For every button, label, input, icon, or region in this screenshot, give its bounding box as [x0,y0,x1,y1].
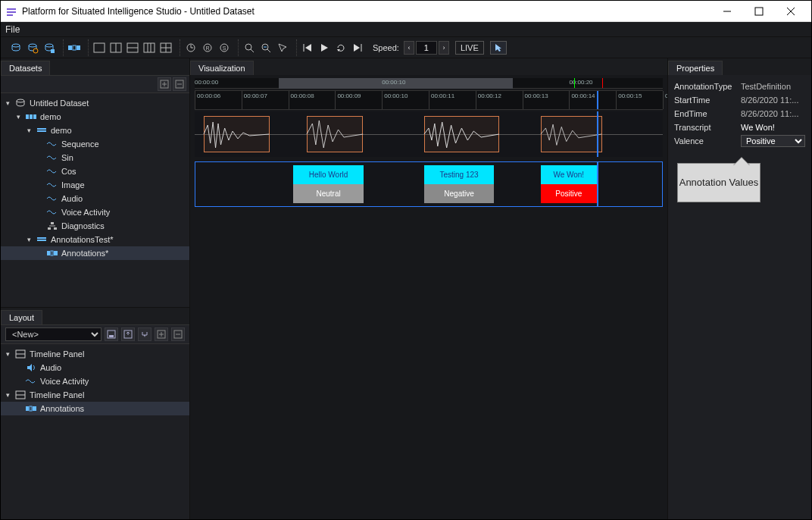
timeline-panel-icon [14,349,27,359]
wave-icon [46,139,58,149]
detail-ruler[interactable]: 00:00:0600:00:0700:00:0800:00:0900:00:10… [195,90,663,110]
skip-start-icon[interactable] [300,40,315,55]
layout-saveas-icon[interactable] [121,327,135,341]
tab-datasets[interactable]: Datasets [1,61,50,75]
layout-collapse-icon[interactable] [171,327,185,341]
store-annotationstest[interactable]: ▾AnnotationsTest* [1,233,189,246]
stream-image[interactable]: Image [1,178,189,192]
svg-rect-78 [26,406,29,411]
stream-cos[interactable]: Cos [1,164,189,178]
layout-save-icon[interactable] [105,327,118,341]
layout-5-icon[interactable] [158,40,173,55]
layout-panel: Layout <New> ▾Timeline Panel Audio Voice… [1,307,189,519]
layout-item-voice-activity[interactable]: Voice Activity [1,374,189,388]
layout-tree: ▾Timeline Panel Audio Voice Activity ▾Ti… [1,344,189,519]
dataset-new-icon[interactable] [8,40,23,55]
ruler-tick: 00:00:08 [289,91,289,109]
svg-rect-15 [94,43,105,52]
dataset-open-icon[interactable] [25,40,40,55]
layout-expand-icon[interactable] [155,327,168,341]
layout-2-icon[interactable] [108,40,123,55]
stream-audio[interactable]: Audio [1,192,189,205]
annotation-block[interactable]: Testing 123Negative [424,165,494,203]
svg-rect-1 [7,11,16,13]
valence-select[interactable]: Positive [741,135,805,147]
ruler-tick: 00:00:14 [569,91,570,109]
app-window: Platform for Situated Intelligence Studi… [0,0,812,520]
prop-transcript[interactable]: Transcript We Won! [674,121,805,134]
layout-3-icon[interactable] [125,40,140,55]
overview-ruler[interactable]: 00:00:00 00:00:10 00:00:20 [195,78,663,89]
annotation-block[interactable]: We Won!Positive [541,165,597,203]
timeline-panel-2[interactable]: ▾Timeline Panel [1,388,189,402]
layout-select[interactable]: <New> [5,327,102,341]
layout-delete-icon[interactable] [138,327,151,341]
callout-annotation-values: Annotation Values [677,163,760,202]
stream-sin[interactable]: Sin [1,151,189,164]
wave-icon [46,152,58,163]
speed-increase-button[interactable]: › [439,41,449,55]
wave-icon [25,376,37,387]
wave-icon [46,193,58,204]
layout-item-annotations[interactable]: Annotations [1,402,189,415]
collapse-all-icon[interactable] [173,77,186,91]
speed-decrease-button[interactable]: ‹ [404,41,414,55]
annotation-stream-icon [25,403,37,414]
annotation-tool-icon[interactable] [67,40,82,55]
speed-input[interactable] [416,41,437,55]
timing-session-icon[interactable]: S [217,40,232,55]
annotation-block[interactable]: Hello WorldNeutral [293,165,363,203]
menu-file[interactable]: File [5,24,20,35]
cursor-follow-icon[interactable] [275,40,290,55]
minimize-button[interactable] [711,2,743,21]
skip-end-icon[interactable] [350,40,365,55]
layout-1-icon[interactable] [92,40,107,55]
svg-marker-67 [144,335,145,337]
tab-visualization[interactable]: Visualization [190,61,254,75]
svg-rect-79 [30,406,32,411]
partition-demo[interactable]: ▾demo [1,110,189,124]
store-icon [36,234,48,245]
svg-rect-59 [37,237,46,239]
annotation-transcript: We Won! [541,165,597,184]
annotation-valence: Positive [541,184,597,203]
visualization-column: Visualization 00:00:00 00:00:10 00:00:20… [190,58,667,519]
tab-properties[interactable]: Properties [668,61,723,75]
stream-voice-activity[interactable]: Voice Activity [1,205,189,219]
stream-annotations[interactable]: Annotations* [1,246,189,260]
store-demo[interactable]: ▾demo [1,124,189,137]
layout-4-icon[interactable] [142,40,157,55]
expand-all-icon[interactable] [158,77,171,91]
layout-item-audio[interactable]: Audio [1,361,189,374]
datasets-tree: ▾Untitled Dataset ▾demo ▾demo SequenceSi… [1,93,189,307]
zoom-fit-icon[interactable] [242,40,257,55]
dataset-root[interactable]: ▾Untitled Dataset [1,96,189,110]
prop-starttime: StartTime 8/26/2020 11:... [674,93,805,107]
ruler-tick: 00:00:15 [616,91,617,109]
zoom-selection-icon[interactable] [258,40,273,55]
annotation-valence: Negative [424,184,494,203]
prop-valence[interactable]: Valence Positive [674,134,805,148]
maximize-button[interactable] [743,2,775,21]
stream-sequence[interactable]: Sequence [1,137,189,151]
annotations-track[interactable]: Hello WorldNeutralTesting 123NegativeWe … [195,161,663,207]
play-icon[interactable] [317,40,332,55]
audio-track[interactable] [195,111,663,157]
dataset-save-icon[interactable] [42,40,57,55]
svg-rect-50 [26,114,29,119]
svg-rect-0 [7,8,16,10]
svg-rect-13 [73,45,76,50]
timing-absolute-icon[interactable] [183,40,198,55]
diagnostics-row[interactable]: Diagnostics [1,219,189,233]
left-column: Datasets ▾Untitled Dataset ▾demo ▾demo S… [1,58,190,519]
annotation-stream-icon [46,248,58,258]
loop-icon[interactable] [333,40,348,55]
live-button[interactable]: LIVE [455,41,484,55]
svg-rect-51 [30,114,33,119]
timing-relative-icon[interactable]: R [200,40,215,55]
pointer-mode-button[interactable] [490,41,507,55]
visualization-body: 00:00:00 00:00:10 00:00:20 00:00:0600:00… [190,75,667,519]
close-button[interactable] [775,2,807,21]
tab-layout[interactable]: Layout [1,310,42,324]
timeline-panel-1[interactable]: ▾Timeline Panel [1,347,189,361]
